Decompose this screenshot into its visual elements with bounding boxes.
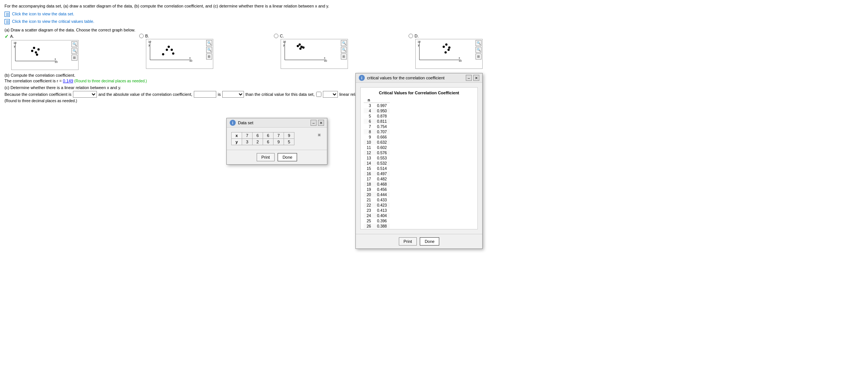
cv-cell-n: 20 [364, 192, 374, 197]
cv-cell-value: 0.950 [374, 108, 390, 113]
graph-a-letter: A. [10, 34, 14, 39]
cv-cell-value: 0.482 [374, 176, 390, 182]
data-icon[interactable] [4, 12, 10, 17]
cv-cell-value: 0.576 [374, 150, 390, 155]
graph-a-zoom-in[interactable]: 🔍 [71, 41, 77, 47]
cv-table-title: Critical Values for Correlation Coeffici… [364, 91, 474, 95]
cv-cell-n: 16 [364, 171, 374, 176]
graph-c-radio[interactable] [274, 34, 278, 38]
dataset-x-2: 6 [253, 132, 263, 139]
graph-c-expand[interactable]: ⊞ [341, 54, 347, 60]
graph-d-container: 🔍 🔍 ⊞ 10 10 x y [415, 39, 483, 69]
graph-option-c: C. 🔍 🔍 ⊞ 10 10 x y [274, 34, 409, 69]
cv-icon[interactable] [4, 19, 10, 24]
cv-table-header-row: n [364, 97, 390, 103]
critical-values-modal: i critical values for the correlation co… [355, 73, 483, 249]
graph-c-zoom-in[interactable]: 🔍 [341, 40, 347, 46]
graph-d-zoom-in[interactable]: 🔍 [476, 40, 482, 46]
graph-a-zoom-out[interactable]: 🔍 [71, 48, 77, 54]
graph-d-expand[interactable]: ⊞ [476, 54, 482, 60]
cv-cell-n: 19 [364, 187, 374, 192]
svg-text:x: x [189, 57, 191, 59]
svg-point-6 [31, 50, 33, 52]
cv-table-row: 40.950 [364, 108, 390, 113]
linear-select[interactable]: a no [323, 91, 338, 98]
dataset-print-button[interactable]: Print [257, 153, 275, 161]
svg-text:y: y [418, 44, 419, 47]
instruction-text-2: Click the icon to view the data set. [12, 12, 74, 16]
dataset-y-2: 2 [253, 139, 263, 145]
cv-modal-title-left: i critical values for the correlation co… [359, 75, 444, 81]
svg-point-40 [445, 43, 447, 46]
graph-d-radio[interactable] [409, 34, 413, 38]
cv-cell-n: 11 [364, 145, 374, 150]
cv-table-row: 100.632 [364, 140, 390, 145]
svg-point-19 [168, 46, 170, 48]
svg-text:10: 10 [148, 40, 151, 43]
cv-cell-n: 6 [364, 119, 374, 124]
cv-print-button[interactable]: Print [399, 237, 417, 246]
svg-text:y: y [283, 44, 285, 47]
cv-table-row: 80.707 [364, 129, 390, 134]
graph-a-expand[interactable]: ⊞ [71, 55, 77, 61]
dataset-modal-body: ▣ x 7 6 6 7 9 y 3 2 6 9 5 [227, 128, 327, 150]
svg-point-7 [33, 47, 35, 49]
cv-table-row: 140.532 [364, 161, 390, 166]
linear-checkbox[interactable] [316, 92, 321, 97]
comparison-select[interactable]: greater less [222, 91, 244, 98]
instruction-text-3: Click the icon to view the critical valu… [12, 19, 94, 24]
graph-b-controls: 🔍 🔍 ⊞ [206, 40, 212, 60]
graph-option-d: D. 🔍 🔍 ⊞ 10 10 x y [409, 34, 543, 69]
dataset-modal-minimize[interactable]: – [311, 120, 317, 126]
cv-cell-n: 27 [364, 229, 374, 229]
is-text: is [218, 92, 221, 97]
and-text: and the absolute value of the correlatio… [98, 92, 192, 97]
graph-option-b: B. 🔍 🔍 ⊞ 10 10 x y [139, 34, 274, 69]
cv-cell-value: 0.553 [374, 155, 390, 161]
svg-text:x: x [324, 57, 326, 59]
cv-table: n 30.99740.95050.87860.81170.75480.70790… [364, 97, 390, 229]
graph-c-svg: 10 10 x y [281, 39, 333, 64]
dataset-modal-title: Data set [238, 121, 253, 125]
graph-c-zoom-out[interactable]: 🔍 [341, 47, 347, 53]
graph-b-zoom-out[interactable]: 🔍 [206, 47, 212, 53]
abs-corr-input[interactable] [194, 91, 216, 98]
cv-table-row: 200.444 [364, 192, 390, 197]
dataset-modal-footer: Print Done [227, 150, 327, 164]
cv-cell-value: 0.388 [374, 223, 390, 229]
cv-cell-value: 0.404 [374, 213, 390, 218]
cv-cell-n: 14 [364, 161, 374, 166]
cv-cell-value: 0.381 [374, 229, 390, 229]
svg-text:10: 10 [13, 42, 16, 44]
cv-table-row: 190.456 [364, 187, 390, 192]
dataset-y-1: 3 [242, 139, 253, 145]
dataset-modal-close[interactable]: ✕ [318, 120, 324, 126]
cv-modal-close[interactable]: ✕ [473, 75, 479, 81]
cv-table-row: 70.754 [364, 124, 390, 129]
view-data-link[interactable]: Click the icon to view the data set. [12, 12, 74, 16]
cv-cell-value: 0.514 [374, 166, 390, 171]
cv-cell-n: 24 [364, 213, 374, 218]
graph-b-zoom-in[interactable]: 🔍 [206, 40, 212, 46]
svg-text:10: 10 [283, 40, 286, 43]
cv-cell-n: 23 [364, 208, 374, 213]
cv-modal-minimize[interactable]: – [466, 75, 472, 81]
cv-cell-value: 0.433 [374, 197, 390, 202]
cv-cell-n: 8 [364, 129, 374, 134]
cv-cell-n: 18 [364, 182, 374, 187]
cv-done-button[interactable]: Done [420, 237, 439, 246]
graph-a-controls: 🔍 🔍 ⊞ [71, 41, 77, 61]
graph-b-expand[interactable]: ⊞ [206, 54, 212, 60]
svg-point-41 [447, 49, 450, 51]
cv-cell-value: 0.666 [374, 134, 390, 140]
cv-table-row: 230.413 [364, 208, 390, 213]
view-cv-link[interactable]: Click the icon to view the critical valu… [12, 19, 94, 24]
cv-modal-controls: – ✕ [466, 75, 479, 81]
dataset-modal: i Data set – ✕ ▣ x 7 6 6 7 9 y 3 [226, 118, 327, 165]
dataset-done-button[interactable]: Done [278, 153, 297, 161]
cv-table-row: 270.381 [364, 229, 390, 229]
graph-b-radio[interactable] [139, 34, 144, 38]
graph-d-zoom-out[interactable]: 🔍 [476, 47, 482, 53]
corr-direction-select[interactable]: positive negative [73, 91, 97, 98]
cv-table-row: 250.396 [364, 218, 390, 223]
